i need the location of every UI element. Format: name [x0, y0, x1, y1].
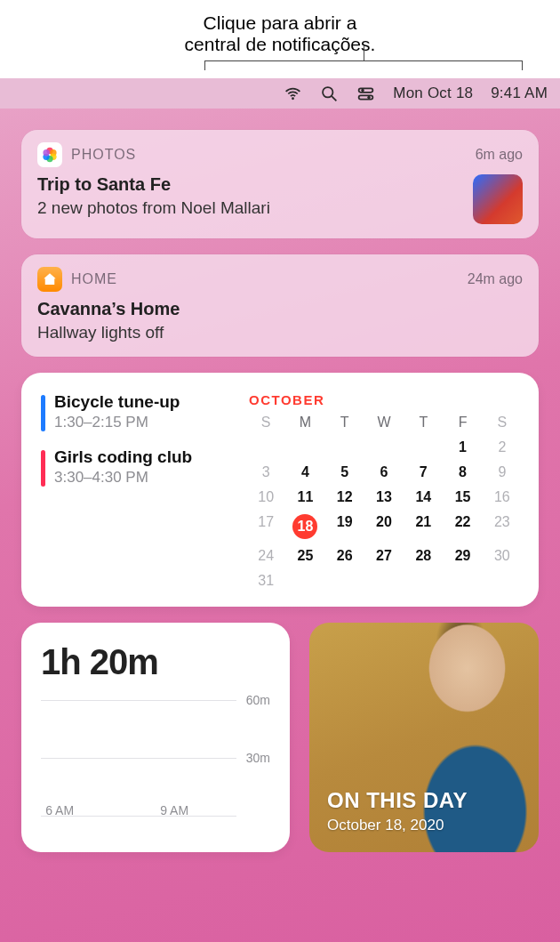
callout-line1: Clique para abrir a — [18, 12, 542, 34]
notification-app-name: PHOTOS — [71, 147, 467, 163]
photos-app-icon — [37, 142, 62, 167]
on-this-day-widget[interactable]: ON THIS DAY October 18, 2020 — [309, 623, 539, 852]
callout: Clique para abrir a central de notificaç… — [0, 0, 560, 60]
event-time: 3:30–4:30 PM — [54, 469, 192, 487]
event-title: Girls coding club — [54, 447, 192, 467]
screen-time-total: 1h 20m — [41, 642, 270, 682]
calendar-dow: F — [445, 415, 479, 431]
calendar-day[interactable]: 17 — [249, 514, 283, 539]
calendar-day[interactable]: 20 — [367, 514, 401, 539]
svg-point-1 — [323, 87, 332, 97]
calendar-day[interactable]: 22 — [445, 514, 479, 539]
calendar-dow: M — [288, 415, 322, 431]
calendar-day[interactable]: 7 — [406, 464, 440, 480]
calendar-day[interactable]: 30 — [485, 548, 519, 564]
svg-point-12 — [43, 149, 49, 156]
svg-point-6 — [368, 95, 372, 99]
notification-subtitle: Hallway lights off — [37, 323, 523, 342]
calendar-day[interactable]: 24 — [249, 548, 283, 564]
calendar-day[interactable]: 23 — [485, 514, 519, 539]
chart-x-label: 6 AM — [45, 803, 74, 817]
calendar-dow: S — [485, 415, 519, 431]
calendar-day[interactable]: 31 — [249, 573, 283, 589]
calendar-day[interactable]: 18 — [288, 514, 322, 539]
svg-line-2 — [332, 96, 336, 101]
calendar-dow: T — [406, 415, 440, 431]
notification-photos[interactable]: PHOTOS 6m ago Trip to Santa Fe 2 new pho… — [21, 130, 539, 238]
calendar-day[interactable]: 2 — [485, 439, 519, 455]
calendar-day[interactable]: 15 — [445, 489, 479, 505]
home-app-icon — [37, 267, 62, 292]
calendar-day[interactable]: 10 — [249, 489, 283, 505]
calendar-day[interactable]: 6 — [367, 464, 401, 480]
menu-bar[interactable]: Mon Oct 18 9:41 AM — [0, 78, 560, 109]
notification-title: Trip to Santa Fe — [37, 174, 460, 195]
calendar-day[interactable]: 28 — [406, 548, 440, 564]
notification-thumbnail — [473, 174, 523, 224]
control-center-icon[interactable] — [356, 85, 375, 103]
notification-subtitle: 2 new photos from Noel Mallari — [37, 198, 460, 218]
calendar-day[interactable]: 12 — [328, 489, 362, 505]
calendar-day[interactable]: 4 — [288, 464, 322, 480]
calendar-day[interactable]: 3 — [249, 464, 283, 480]
event-color-bar — [41, 450, 45, 487]
calendar-dow: S — [249, 415, 283, 431]
calendar-day[interactable]: 5 — [328, 464, 362, 480]
calendar-event[interactable]: Bicycle tune-up 1:30–2:15 PM — [41, 392, 233, 431]
calendar-day[interactable]: 21 — [406, 514, 440, 539]
calendar-month-label: OCTOBER — [249, 392, 519, 407]
on-this-day-date: October 18, 2020 — [327, 817, 468, 834]
notification-time-ago: 6m ago — [476, 147, 523, 163]
notification-center-region: Mon Oct 18 9:41 AM — [0, 78, 560, 942]
calendar-day[interactable]: 13 — [367, 489, 401, 505]
svg-rect-3 — [359, 88, 373, 92]
screen-time-widget[interactable]: 1h 20m 30m60m6 AM9 AM — [21, 623, 290, 852]
calendar-day[interactable]: 11 — [288, 489, 322, 505]
calendar-day[interactable]: 14 — [406, 489, 440, 505]
svg-point-4 — [362, 88, 365, 92]
chart-x-label: 9 AM — [160, 803, 188, 817]
callout-bracket — [204, 60, 523, 76]
menubar-date[interactable]: Mon Oct 18 — [393, 85, 473, 102]
svg-point-0 — [292, 97, 294, 100]
spotlight-search-icon[interactable] — [320, 85, 339, 103]
calendar-day[interactable]: 29 — [445, 548, 479, 564]
notification-title: Cavanna’s Home — [37, 299, 523, 319]
calendar-event[interactable]: Girls coding club 3:30–4:30 PM — [41, 447, 233, 487]
menubar-time[interactable]: 9:41 AM — [491, 85, 548, 102]
svg-rect-5 — [359, 95, 373, 99]
notification-home[interactable]: HOME 24m ago Cavanna’s Home Hallway ligh… — [21, 254, 539, 357]
notification-time-ago: 24m ago — [468, 271, 523, 287]
chart-y-tick: 60m — [246, 693, 270, 707]
event-title: Bicycle tune-up — [54, 392, 180, 412]
calendar-day[interactable]: 26 — [328, 548, 362, 564]
calendar-day[interactable]: 9 — [485, 464, 519, 480]
notification-center: PHOTOS 6m ago Trip to Santa Fe 2 new pho… — [0, 109, 560, 942]
chart-y-tick: 30m — [246, 751, 270, 765]
notification-app-name: HOME — [71, 271, 459, 287]
calendar-day[interactable]: 19 — [328, 514, 362, 539]
wifi-icon[interactable] — [284, 85, 302, 103]
calendar-widget[interactable]: Bicycle tune-up 1:30–2:15 PM Girls codin… — [21, 373, 539, 607]
calendar-day[interactable]: 25 — [288, 548, 322, 564]
calendar-day[interactable]: 1 — [445, 439, 479, 455]
calendar-day[interactable]: 16 — [485, 489, 519, 505]
on-this-day-title: ON THIS DAY — [327, 788, 468, 813]
event-color-bar — [41, 395, 45, 431]
event-time: 1:30–2:15 PM — [54, 414, 180, 431]
callout-line2: central de notificações. — [18, 34, 542, 55]
calendar-grid[interactable]: OCTOBER SMTWTFS 123456789101112131415161… — [249, 392, 519, 589]
calendar-day[interactable]: 8 — [445, 464, 479, 480]
calendar-dow: T — [328, 415, 362, 431]
calendar-day[interactable]: 27 — [367, 548, 401, 564]
calendar-dow: W — [367, 415, 401, 431]
calendar-events: Bicycle tune-up 1:30–2:15 PM Girls codin… — [41, 392, 233, 589]
screen-time-chart: 30m60m6 AM9 AM — [41, 700, 270, 816]
